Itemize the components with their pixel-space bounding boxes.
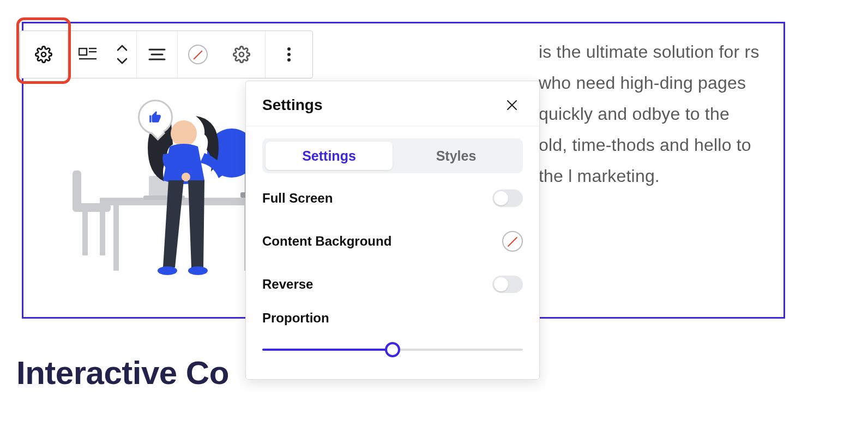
reverse-label: Reverse — [262, 277, 313, 292]
svg-rect-17 — [79, 48, 87, 55]
svg-point-14 — [158, 266, 177, 275]
block-type-button[interactable] — [23, 34, 64, 75]
svg-rect-6 — [100, 212, 105, 255]
settings-popover: Settings Settings Styles Full Screen Con… — [245, 81, 540, 380]
block-illustration — [67, 94, 269, 296]
full-screen-toggle[interactable] — [492, 190, 523, 207]
block-body-text: is the ultimate solution for rs who need… — [539, 36, 762, 192]
svg-rect-4 — [73, 170, 81, 209]
svg-point-12 — [171, 120, 197, 147]
align-button[interactable] — [137, 34, 177, 75]
popover-tabs: Settings Styles — [262, 138, 523, 173]
svg-rect-5 — [82, 212, 88, 255]
thumbs-up-icon — [138, 100, 173, 135]
slider-handle[interactable] — [385, 342, 400, 357]
svg-point-16 — [41, 52, 46, 57]
popover-title: Settings — [262, 96, 322, 114]
proportion-label: Proportion — [262, 310, 523, 326]
tab-settings[interactable]: Settings — [266, 142, 393, 170]
svg-point-26 — [287, 53, 291, 56]
settings-button[interactable] — [221, 34, 262, 75]
proportion-slider[interactable] — [262, 342, 523, 357]
full-screen-label: Full Screen — [262, 191, 333, 206]
svg-rect-1 — [113, 205, 119, 271]
svg-point-25 — [287, 47, 291, 51]
close-button[interactable] — [501, 94, 523, 116]
svg-point-13 — [182, 173, 190, 181]
slider-fill — [262, 349, 393, 351]
content-background-label: Content Background — [262, 234, 391, 249]
svg-point-24 — [239, 52, 244, 57]
move-updown-button[interactable] — [108, 34, 136, 75]
tab-styles[interactable]: Styles — [393, 142, 520, 170]
section-heading: Interactive Co — [16, 354, 229, 392]
content-background-swatch[interactable] — [502, 231, 523, 252]
svg-point-27 — [287, 58, 291, 62]
more-options-button[interactable] — [266, 34, 312, 75]
svg-point-15 — [188, 266, 208, 275]
block-toolbar — [20, 31, 313, 78]
reverse-toggle[interactable] — [492, 276, 523, 293]
layout-button[interactable] — [68, 34, 108, 75]
background-none-button[interactable] — [178, 34, 218, 75]
